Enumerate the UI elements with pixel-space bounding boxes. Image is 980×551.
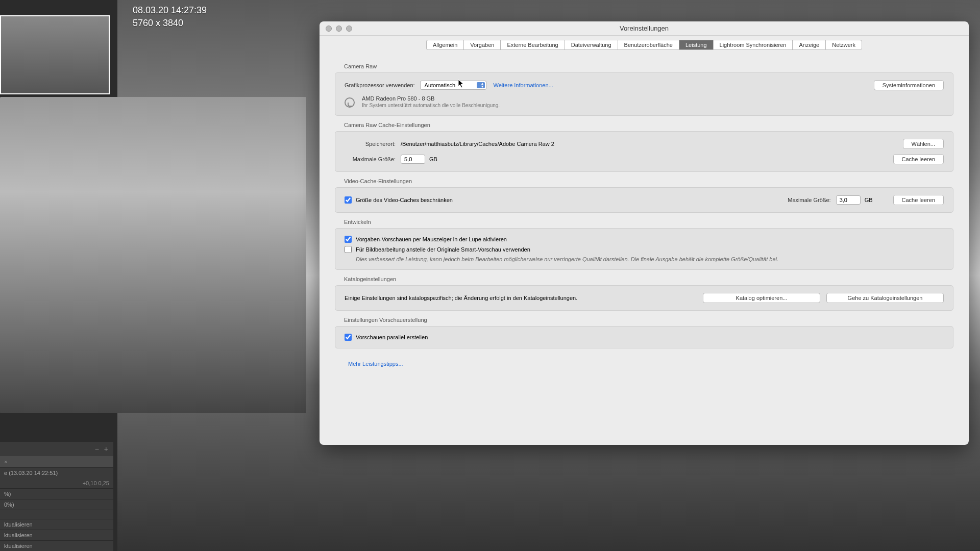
cache-loc-value: /Benutzer/matthiasbutz/Library/Caches/Ad… — [401, 141, 554, 147]
left-sidebar: − + × e (13.03.20 14:22:51) +0,10 0,25 %… — [0, 0, 117, 551]
tab-bar: Allgemein Vorgaben Externe Bearbeitung D… — [320, 40, 969, 50]
optimize-catalog-button[interactable]: Katalog optimieren... — [703, 293, 820, 303]
catalog-text: Einige Einstellungen sind katalogspezifi… — [345, 295, 577, 301]
preview-thumbnail[interactable] — [0, 15, 110, 94]
tab-leistung[interactable]: Leistung — [679, 40, 713, 50]
preview-gen-panel: Vorschauen parallel erstellen — [335, 326, 953, 348]
tab-externe-bearbeitung[interactable]: Externe Bearbeitung — [500, 40, 564, 50]
overlay-dimensions: 5760 x 3840 — [133, 18, 207, 29]
tab-dateiverwaltung[interactable]: Dateiverwaltung — [565, 40, 618, 50]
clear-video-cache-button[interactable]: Cache leeren — [893, 195, 944, 205]
section-catalog: Katalogeinstellungen — [344, 276, 953, 282]
section-preview-gen: Einstellungen Vorschauerstellung — [344, 317, 953, 323]
titlebar: Voreinstellungen — [320, 21, 969, 36]
cache-size-label: Maximale Größe: — [345, 156, 396, 162]
overlay-timestamp: 08.03.20 14:27:39 — [133, 5, 207, 16]
system-info-button[interactable]: Systeminformationen — [874, 80, 944, 90]
history-item[interactable]: ktualisieren — [0, 540, 113, 551]
more-tips-link[interactable]: Mehr Leistungstipps... — [348, 361, 403, 367]
cache-size-input[interactable] — [401, 155, 425, 164]
video-limit-label: Größe des Video-Caches beschränken — [356, 197, 453, 203]
section-cache: Camera Raw Cache-Einstellungen — [344, 122, 953, 128]
gpu-select[interactable]: Automatisch ▴▾ — [420, 81, 486, 90]
chevron-updown-icon: ▴▾ — [481, 82, 483, 88]
section-develop: Entwickeln — [344, 219, 953, 225]
video-limit-checkbox[interactable] — [345, 196, 352, 204]
smart-preview-label: Für Bildbearbeitung anstelle der Origina… — [356, 246, 530, 253]
history-item[interactable]: %) — [0, 488, 113, 499]
history-panel: − + × e (13.03.20 14:22:51) +0,10 0,25 %… — [0, 442, 113, 551]
video-cache-panel: Größe des Video-Caches beschränken Maxim… — [335, 187, 953, 213]
photo-overlay-info: 08.03.20 14:27:39 5760 x 3840 — [133, 5, 207, 29]
minus-icon[interactable]: − — [95, 445, 99, 453]
camera-raw-panel: Grafikprozessor verwenden: Automatisch ▴… — [335, 72, 953, 116]
section-camera-raw: Camera Raw — [344, 63, 953, 69]
cache-loc-label: Speicherort: — [345, 141, 396, 147]
smart-preview-checkbox[interactable] — [345, 246, 352, 253]
video-size-input[interactable] — [836, 195, 861, 205]
gpu-label: Grafikprozessor verwenden: — [345, 82, 415, 88]
tab-netzwerk[interactable]: Netzwerk — [825, 40, 862, 50]
gpu-name: AMD Radeon Pro 580 - 8 GB — [362, 95, 500, 102]
picture-in-picture — [0, 97, 306, 413]
gb-unit: GB — [429, 156, 437, 162]
close-icon[interactable]: × — [4, 459, 7, 465]
develop-note: Dies verbessert die Leistung, kann jedoc… — [356, 256, 944, 262]
gauge-icon — [345, 97, 355, 108]
clear-cache-button[interactable]: Cache leeren — [893, 154, 944, 164]
gpu-more-info-link[interactable]: Weitere Informationen... — [494, 82, 553, 88]
history-item[interactable]: 0%) — [0, 499, 113, 510]
preset-preview-checkbox[interactable] — [345, 236, 352, 243]
parallel-preview-checkbox[interactable] — [345, 334, 352, 341]
history-item[interactable]: ktualisieren — [0, 519, 113, 530]
history-item[interactable]: ktualisieren — [0, 530, 113, 540]
preset-preview-label: Vorgaben-Vorschauen per Mauszeiger in de… — [356, 236, 507, 242]
goto-catalog-settings-button[interactable]: Gehe zu Katalogeinstellungen — [826, 293, 944, 303]
tab-allgemein[interactable]: Allgemein — [426, 40, 463, 50]
plus-icon[interactable]: + — [104, 445, 108, 453]
tab-vorgaben[interactable]: Vorgaben — [463, 40, 500, 50]
cache-panel: Speicherort: /Benutzer/matthiasbutz/Libr… — [335, 131, 953, 172]
dialog-title: Voreinstellungen — [320, 24, 969, 32]
video-size-label: Maximale Größe: — [788, 197, 830, 203]
choose-location-button[interactable]: Wählen... — [903, 139, 944, 149]
gpu-support-note: Ihr System unterstützt automatisch die v… — [362, 103, 500, 108]
parallel-preview-label: Vorschauen parallel erstellen — [356, 334, 428, 340]
cursor-icon — [458, 79, 465, 88]
section-video-cache: Video-Cache-Einstellungen — [344, 178, 953, 184]
tab-benutzeroberflaeche[interactable]: Benutzeroberfläche — [618, 40, 679, 50]
tab-anzeige[interactable]: Anzeige — [792, 40, 825, 50]
tab-lightroom-sync[interactable]: Lightroom Synchronisieren — [713, 40, 793, 50]
preferences-dialog: Voreinstellungen Allgemein Vorgaben Exte… — [320, 21, 969, 445]
history-item[interactable]: e (13.03.20 14:22:51) — [0, 467, 113, 478]
catalog-panel: Einige Einstellungen sind katalogspezifi… — [335, 285, 953, 311]
history-values: +0,10 0,25 — [0, 478, 113, 488]
gb-unit: GB — [865, 197, 873, 203]
develop-panel: Vorgaben-Vorschauen per Mauszeiger in de… — [335, 228, 953, 270]
